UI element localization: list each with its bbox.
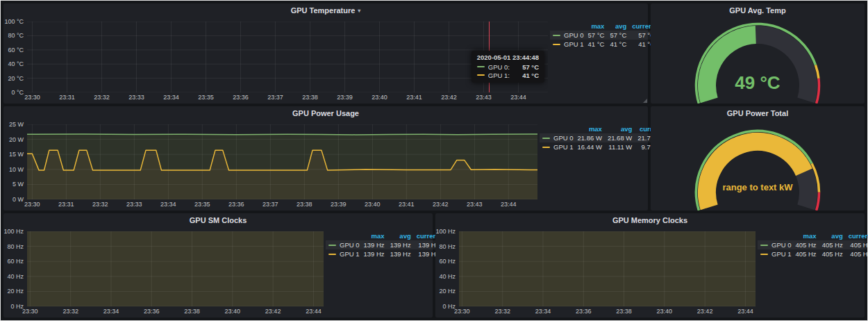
legend-value: 139 Hz xyxy=(361,249,387,258)
y-tick-label: 40 Hz xyxy=(439,273,456,280)
legend-value: 139 Hz xyxy=(387,240,414,249)
legend-header-max[interactable]: max xyxy=(793,231,819,240)
panel-header[interactable]: GPU SM Clocks xyxy=(3,213,433,229)
panel-header[interactable]: GPU Memory Clocks xyxy=(435,213,865,229)
dashboard-row-3: GPU SM Clocks 100 Hz80 Hz60 Hz40 Hz20 Hz… xyxy=(3,213,865,318)
x-tick-label: 23:39 xyxy=(337,94,353,101)
x-tick-label: 23:35 xyxy=(194,201,210,208)
panel-title: GPU Temperature xyxy=(291,6,356,15)
legend-value: 405 Hz xyxy=(793,249,819,258)
legend-header-max[interactable]: max xyxy=(361,231,387,240)
legend-series-gpu-1[interactable]: GPU 1 xyxy=(758,249,793,258)
legend-header-avg[interactable]: avg xyxy=(605,124,635,133)
grafana-dashboard: GPU Temperature▾ 100 °C80 °C60 °C40 °C20… xyxy=(0,0,868,321)
legend-header-avg[interactable]: avg xyxy=(819,231,846,240)
y-tick-label: 60 Hz xyxy=(439,258,456,265)
series-area xyxy=(459,231,756,306)
legend-header-current[interactable]: current xyxy=(846,231,868,240)
legend-value: 57 °C xyxy=(607,31,629,40)
y-tick-label: 15 W xyxy=(9,151,24,158)
legend-header-avg[interactable]: avg xyxy=(607,22,629,31)
series-dash-icon xyxy=(760,254,768,255)
legend-value: 41 °C xyxy=(607,40,629,49)
panel-title: GPU Memory Clocks xyxy=(612,216,687,224)
x-tick-label: 23:40 xyxy=(365,201,381,208)
chart-tooltip: 2020-05-01 23:44:48 GPU 0: 57 °C GPU 1: … xyxy=(471,51,544,83)
y-tick-label: 40 Hz xyxy=(7,273,24,280)
series-dash-icon xyxy=(553,35,560,36)
legend-value: 21.68 W xyxy=(605,133,635,142)
x-tick-label: 23:30 xyxy=(24,94,40,101)
plot-area[interactable]: 2020-05-01 23:44:48 GPU 0: 57 °C GPU 1: … xyxy=(27,22,548,92)
y-axis: 100 Hz80 Hz60 Hz40 Hz20 Hz0 Hz xyxy=(3,231,26,306)
panel-header[interactable]: GPU Avg. Temp xyxy=(651,3,865,19)
panel-resize-handle[interactable] xyxy=(643,99,647,103)
legend: maxavgcurrentGPU 057 °C57 °C57 °CGPU 141… xyxy=(550,19,648,104)
panel-gpu-sm-clocks: GPU SM Clocks 100 Hz80 Hz60 Hz40 Hz20 Hz… xyxy=(3,213,433,318)
y-tick-label: 60 Hz xyxy=(7,258,24,265)
legend-row: GPU 0139 Hz139 Hz139 Hz xyxy=(326,240,442,249)
x-tick-label: 23:36 xyxy=(233,94,249,101)
legend-value: 11.11 W xyxy=(605,142,635,151)
legend-table: maxavgcurrentGPU 0139 Hz139 Hz139 HzGPU … xyxy=(326,231,442,258)
x-axis: 23:3023:3223:3423:3623:3823:4023:4223:44 xyxy=(27,308,324,317)
panel-header[interactable]: GPU Temperature▾ xyxy=(3,3,648,19)
legend-header-max[interactable]: max xyxy=(575,124,605,133)
x-tick-label: 23:32 xyxy=(494,308,510,315)
legend-value: 405 Hz xyxy=(819,249,846,258)
panel-gpu-memory-clocks: GPU Memory Clocks 100 Hz80 Hz60 Hz40 Hz2… xyxy=(435,213,865,318)
series-dash-icon xyxy=(477,74,485,76)
legend-series-gpu-0[interactable]: GPU 0 xyxy=(326,240,361,249)
x-tick-label: 23:34 xyxy=(160,201,176,208)
chart-wrap: 25 W20 W15 W10 W5 W0 W 23:3023:3123:3223… xyxy=(3,122,648,211)
legend-series-gpu-0[interactable]: GPU 0 xyxy=(758,240,793,249)
tooltip-series-value: 41 °C xyxy=(515,72,539,79)
legend-series-gpu-0[interactable]: GPU 0 xyxy=(540,133,575,142)
legend-header-avg[interactable]: avg xyxy=(387,231,414,240)
x-tick-label: 23:35 xyxy=(198,94,214,101)
chart-canvas xyxy=(27,231,324,306)
y-tick-label: 20 W xyxy=(9,136,24,143)
y-axis: 100 Hz80 Hz60 Hz40 Hz20 Hz0 Hz xyxy=(435,231,458,306)
panel-header[interactable]: GPU Power Usage xyxy=(3,106,648,122)
legend: maxavgcurrentGPU 0139 Hz139 Hz139 HzGPU … xyxy=(326,229,433,318)
x-tick-label: 23:36 xyxy=(576,308,592,315)
legend-value: 21.86 W xyxy=(575,133,605,142)
chart-canvas xyxy=(27,124,537,199)
plot-area[interactable] xyxy=(459,231,756,306)
panel-title: GPU Avg. Temp xyxy=(729,6,786,15)
legend-value: 57 °C xyxy=(585,31,608,40)
plot-area[interactable] xyxy=(27,231,324,306)
legend-series-gpu-0[interactable]: GPU 0 xyxy=(550,31,585,40)
y-tick-label: 5 W xyxy=(12,181,24,188)
tooltip-timestamp: 2020-05-01 23:44:48 xyxy=(477,54,539,61)
chart-area: 100 Hz80 Hz60 Hz40 Hz20 Hz0 Hz 23:3023:3… xyxy=(435,229,758,318)
series-area xyxy=(27,231,324,306)
legend-table: maxavgcurrentGPU 057 °C57 °C57 °CGPU 141… xyxy=(550,22,658,49)
chart-area: 100 °C80 °C60 °C40 °C20 °C0 °C 2020-05-0… xyxy=(3,19,550,104)
panel-header[interactable]: GPU Power Total xyxy=(651,106,865,122)
panel-menu-caret-icon[interactable]: ▾ xyxy=(358,8,360,14)
chart-wrap: 100 Hz80 Hz60 Hz40 Hz20 Hz0 Hz 23:3023:3… xyxy=(435,229,865,318)
x-axis: 23:3023:3123:3223:3323:3423:3523:3623:37… xyxy=(27,201,537,210)
legend-header-max[interactable]: max xyxy=(585,22,608,31)
panel-title: GPU Power Usage xyxy=(292,109,359,117)
x-tick-label: 23:33 xyxy=(128,94,144,101)
legend-row: GPU 0405 Hz405 Hz405 Hz xyxy=(758,240,868,249)
y-tick-label: 0 W xyxy=(12,196,24,203)
y-tick-label: 25 W xyxy=(9,121,24,128)
legend-series-gpu-1[interactable]: GPU 1 xyxy=(550,40,585,49)
legend-value: 405 Hz xyxy=(846,249,868,258)
series-line-gpu-0 xyxy=(27,134,537,135)
x-tick-label: 23:44 xyxy=(510,94,526,101)
gauge-canvas xyxy=(651,122,865,211)
y-tick-label: 80 Hz xyxy=(439,243,456,250)
legend-series-gpu-1[interactable]: GPU 1 xyxy=(326,249,361,258)
y-axis: 25 W20 W15 W10 W5 W0 W xyxy=(3,124,26,199)
y-tick-label: 20 Hz xyxy=(439,288,456,295)
plot-area[interactable] xyxy=(27,124,537,199)
series-dash-icon xyxy=(328,245,336,246)
panel-gpu-temperature: GPU Temperature▾ 100 °C80 °C60 °C40 °C20… xyxy=(3,3,648,104)
legend-series-gpu-1[interactable]: GPU 1 xyxy=(540,142,575,151)
tooltip-series-label: GPU 1: xyxy=(488,72,510,79)
